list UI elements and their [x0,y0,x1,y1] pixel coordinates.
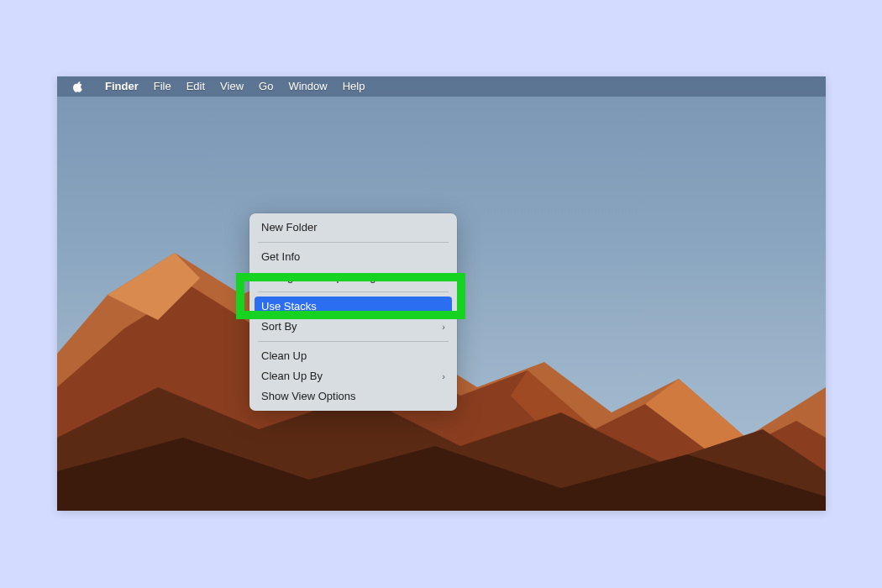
chevron-right-icon: › [442,369,445,384]
menu-help[interactable]: Help [335,76,373,97]
menu-window[interactable]: Window [281,76,334,97]
context-menu-item-use-stacks[interactable]: Use Stacks [255,297,452,317]
context-menu-item-sort-by[interactable]: Sort By › [249,317,457,337]
menu-separator [258,291,449,292]
context-menu-item-clean-up-by[interactable]: Clean Up By › [249,366,457,386]
menu-file[interactable]: File [146,76,179,97]
menu-edit[interactable]: Edit [179,76,213,97]
context-menu-label: Clean Up [261,349,307,364]
context-menu-item-new-folder[interactable]: New Folder [249,218,457,238]
menu-app-name[interactable]: Finder [97,76,146,97]
context-menu-label: Get Info [261,249,300,265]
chevron-right-icon: › [442,319,445,334]
context-menu-label: Sort By [261,319,297,334]
context-menu-item-clean-up[interactable]: Clean Up [249,346,457,366]
desktop-context-menu: New Folder Get Info Change Desktop Backg… [249,213,457,411]
context-menu-label: Show View Options [261,389,356,404]
menu-go[interactable]: Go [251,76,281,97]
context-menu-item-show-view-options[interactable]: Show View Options [249,386,457,407]
menu-separator [258,341,449,342]
menu-separator [258,242,449,243]
desktop-window: Finder File Edit View Go Window Help New… [57,76,826,511]
menu-view[interactable]: View [213,76,251,97]
context-menu-item-get-info[interactable]: Get Info [249,247,457,267]
context-menu-label: New Folder [261,220,317,235]
context-menu-label: Change Desktop Background… [261,270,415,285]
context-menu-label: Clean Up By [261,369,323,384]
context-menu-label: Use Stacks [261,299,317,314]
apple-menu-icon[interactable] [72,81,84,92]
menu-bar: Finder File Edit View Go Window Help [57,76,826,97]
context-menu-item-change-desktop-background[interactable]: Change Desktop Background… [249,267,457,287]
